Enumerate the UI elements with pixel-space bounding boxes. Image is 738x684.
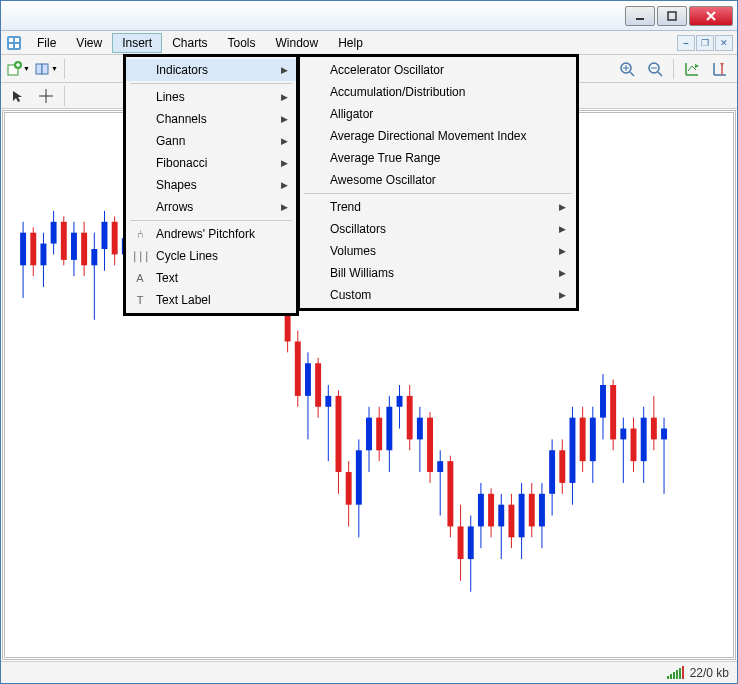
svg-line-16 — [630, 72, 634, 76]
menu-alligator[interactable]: Alligator — [300, 103, 576, 125]
svg-rect-103 — [447, 461, 453, 526]
svg-rect-113 — [498, 505, 504, 527]
crosshair-button[interactable] — [33, 85, 59, 107]
svg-rect-131 — [590, 418, 596, 462]
menubar: File View Insert Charts Tools Window Hel… — [1, 31, 737, 55]
menu-oscillators[interactable]: Oscillators▶ — [300, 218, 576, 240]
cycle-lines-icon: ∣∣∣ — [132, 250, 148, 263]
svg-rect-7 — [9, 44, 13, 48]
text-icon: A — [132, 272, 148, 284]
menu-view[interactable]: View — [66, 33, 112, 53]
menu-tools[interactable]: Tools — [218, 33, 266, 53]
menu-awesome-oscillator[interactable]: Awesome Oscillator — [300, 169, 576, 191]
svg-rect-81 — [336, 396, 342, 472]
svg-rect-49 — [102, 222, 108, 249]
svg-line-20 — [658, 72, 662, 76]
svg-rect-111 — [488, 494, 494, 527]
connection-icon — [667, 667, 684, 679]
svg-rect-119 — [529, 494, 535, 527]
svg-rect-123 — [549, 450, 555, 494]
menu-file[interactable]: File — [27, 33, 66, 53]
svg-rect-109 — [478, 494, 484, 527]
menu-insert[interactable]: Insert — [112, 33, 162, 53]
svg-rect-93 — [397, 396, 403, 407]
svg-rect-51 — [112, 222, 118, 255]
menu-andrews-pitchfork[interactable]: ⑃Andrews' Pitchfork — [126, 223, 296, 245]
svg-rect-33 — [20, 233, 26, 266]
svg-marker-29 — [13, 91, 22, 102]
svg-rect-75 — [305, 363, 311, 396]
titlebar — [1, 1, 737, 31]
svg-rect-115 — [508, 505, 514, 538]
menu-custom[interactable]: Custom▶ — [300, 284, 576, 306]
zoom-out-button[interactable] — [642, 58, 668, 80]
menu-cycle-lines[interactable]: ∣∣∣Cycle Lines — [126, 245, 296, 267]
svg-rect-133 — [600, 385, 606, 418]
svg-rect-141 — [641, 418, 647, 462]
menu-shapes[interactable]: Shapes▶ — [126, 174, 296, 196]
maximize-button[interactable] — [657, 6, 687, 26]
svg-rect-85 — [356, 450, 362, 504]
mdi-minimize-button[interactable]: ‒ — [677, 35, 695, 51]
svg-rect-101 — [437, 461, 443, 472]
menu-adx[interactable]: Average Directional Movement Index — [300, 125, 576, 147]
menu-channels[interactable]: Channels▶ — [126, 108, 296, 130]
menu-gann[interactable]: Gann▶ — [126, 130, 296, 152]
svg-rect-127 — [570, 418, 576, 483]
auto-scroll-button[interactable] — [679, 58, 705, 80]
minimize-button[interactable] — [625, 6, 655, 26]
menu-bill-williams[interactable]: Bill Williams▶ — [300, 262, 576, 284]
profiles-button[interactable]: ▼ — [33, 58, 59, 80]
svg-rect-87 — [366, 418, 372, 451]
menu-lines[interactable]: Lines▶ — [126, 86, 296, 108]
mdi-close-button[interactable]: ✕ — [715, 35, 733, 51]
insert-dropdown: Indicators▶ Lines▶ Channels▶ Gann▶ Fibon… — [123, 54, 299, 316]
svg-rect-129 — [580, 418, 586, 462]
svg-marker-24 — [695, 64, 699, 68]
svg-rect-35 — [30, 233, 36, 266]
svg-rect-6 — [15, 38, 19, 42]
svg-rect-143 — [651, 418, 657, 440]
svg-rect-105 — [458, 526, 464, 559]
menu-arrows[interactable]: Arrows▶ — [126, 196, 296, 218]
menu-indicators[interactable]: Indicators▶ — [126, 59, 296, 81]
menu-help[interactable]: Help — [328, 33, 373, 53]
menu-text[interactable]: AText — [126, 267, 296, 289]
mdi-restore-button[interactable]: ❐ — [696, 35, 714, 51]
menu-text-label[interactable]: TText Label — [126, 289, 296, 311]
menu-volumes[interactable]: Volumes▶ — [300, 240, 576, 262]
cursor-button[interactable] — [5, 85, 31, 107]
svg-rect-125 — [559, 450, 565, 483]
svg-rect-139 — [631, 429, 637, 462]
svg-rect-14 — [42, 64, 48, 74]
zoom-in-button[interactable] — [614, 58, 640, 80]
svg-rect-77 — [315, 363, 321, 407]
menu-accumulation-distribution[interactable]: Accumulation/Distribution — [300, 81, 576, 103]
svg-rect-39 — [51, 222, 57, 244]
menu-window[interactable]: Window — [266, 33, 329, 53]
svg-rect-5 — [9, 38, 13, 42]
svg-rect-83 — [346, 472, 352, 505]
svg-marker-28 — [720, 63, 724, 66]
svg-rect-99 — [427, 418, 433, 472]
svg-rect-43 — [71, 233, 77, 260]
chart-shift-button[interactable] — [707, 58, 733, 80]
status-bar: 22/0 kb — [1, 661, 737, 683]
menu-accelerator-oscillator[interactable]: Accelerator Oscillator — [300, 59, 576, 81]
menu-trend[interactable]: Trend▶ — [300, 196, 576, 218]
menu-charts[interactable]: Charts — [162, 33, 217, 53]
text-label-icon: T — [132, 294, 148, 306]
menu-fibonacci[interactable]: Fibonacci▶ — [126, 152, 296, 174]
svg-rect-97 — [417, 418, 423, 440]
pitchfork-icon: ⑃ — [132, 228, 148, 240]
close-button[interactable] — [689, 6, 733, 26]
svg-rect-89 — [376, 418, 382, 451]
svg-rect-107 — [468, 526, 474, 559]
svg-rect-45 — [81, 233, 87, 266]
svg-rect-95 — [407, 396, 413, 440]
svg-rect-145 — [661, 429, 667, 440]
menu-atr[interactable]: Average True Range — [300, 147, 576, 169]
app-window: File View Insert Charts Tools Window Hel… — [0, 0, 738, 684]
svg-rect-79 — [325, 396, 331, 407]
new-chart-button[interactable]: ▼ — [5, 58, 31, 80]
